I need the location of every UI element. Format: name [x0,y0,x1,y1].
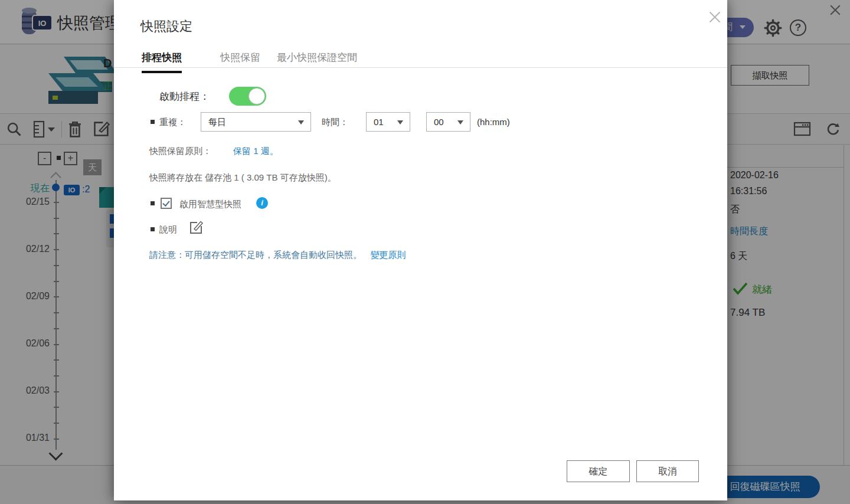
smart-snapshot-label: 啟用智慧型快照 [179,199,241,210]
repeat-label: 重複： [159,117,186,128]
chevron-down-icon [298,120,304,125]
checkbox-check-icon [162,199,169,207]
retention-policy-link[interactable]: 保留 1 週。 [233,146,279,157]
tab-scheduled-snapshot[interactable]: 排程快照 [142,51,182,73]
description-label: 說明 [159,224,177,235]
enable-schedule-toggle[interactable] [229,87,266,106]
chevron-down-icon [397,120,403,125]
retention-policy-label: 快照保留原則： [149,146,211,157]
repeat-select-value: 每日 [208,117,226,127]
edit-description-icon[interactable] [188,220,204,235]
dialog-close-icon[interactable] [707,9,722,25]
hour-select-value: 01 [374,117,384,127]
tabs-divider [114,67,727,68]
toggle-knob [249,88,265,104]
notice-text: 請注意：可用儲存空間不足時，系統會自動收回快照。 [149,250,362,260]
repeat-select[interactable]: 每日 [201,112,311,132]
notice-text-row: 請注意：可用儲存空間不足時，系統會自動收回快照。 變更原則 [149,250,406,261]
pool-info-text: 快照將存放在 儲存池 1 ( 3.09 TB 可存放快照)。 [149,172,336,184]
info-icon[interactable]: i [256,197,268,209]
bullet-marker [151,201,155,205]
ok-button[interactable]: 確定 [567,460,630,482]
snapshot-settings-dialog: 快照設定 排程快照 快照保留 最小快照保證空間 啟動排程： 重複： 每日 時間：… [114,0,727,500]
change-policy-link[interactable]: 變更原則 [370,250,406,260]
smart-snapshot-checkbox[interactable] [161,198,172,209]
bullet-marker [151,227,155,231]
chevron-down-icon [457,120,463,125]
enable-schedule-label: 啟動排程： [159,90,210,103]
minute-select-value: 00 [434,117,444,127]
hour-select[interactable]: 01 [366,112,410,132]
cancel-button[interactable]: 取消 [636,460,699,482]
minute-select[interactable]: 00 [426,112,470,132]
time-label: 時間： [322,117,348,128]
dialog-title: 快照設定 [140,18,192,35]
bullet-marker [151,120,155,124]
time-format-hint: (hh:mm) [477,117,510,127]
